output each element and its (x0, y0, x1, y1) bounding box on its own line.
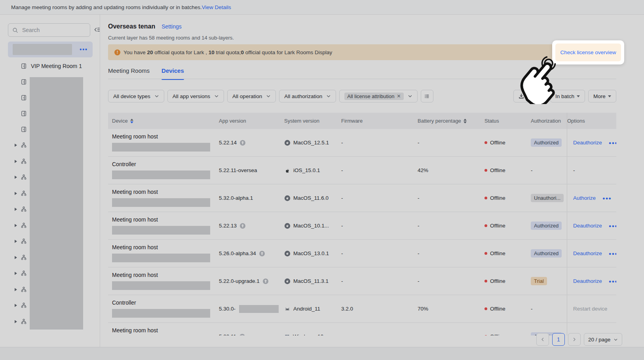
spotlight-box: Check license overview (552, 40, 624, 64)
admin-console-screen: Manage meeting rooms by adding and updat… (0, 0, 644, 360)
check-license-overview-button[interactable]: Check license overview (555, 44, 621, 61)
tap-hand-cursor-icon (515, 55, 562, 104)
tour-dim-overlay (0, 0, 644, 360)
